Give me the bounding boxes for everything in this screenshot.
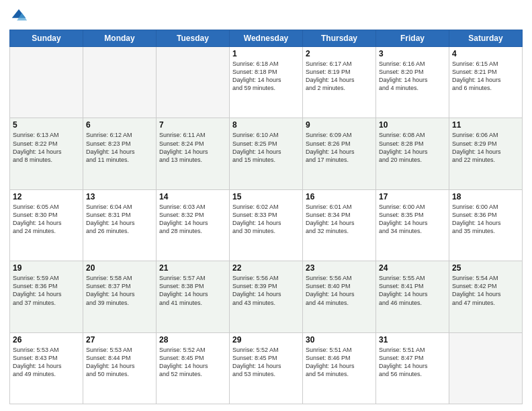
- day-number: 5: [13, 120, 80, 130]
- day-info: Sunrise: 5:53 AM Sunset: 8:44 PM Dayligh…: [86, 346, 153, 379]
- calendar-cell: 5Sunrise: 6:13 AM Sunset: 8:22 PM Daylig…: [10, 118, 83, 189]
- calendar-cell: 18Sunrise: 6:00 AM Sunset: 8:36 PM Dayli…: [449, 189, 523, 261]
- day-info: Sunrise: 5:52 AM Sunset: 8:45 PM Dayligh…: [159, 346, 226, 379]
- header: [9, 7, 523, 26]
- calendar-cell: 2Sunrise: 6:17 AM Sunset: 8:19 PM Daylig…: [303, 47, 376, 118]
- calendar-cell: [83, 47, 157, 118]
- day-number: 25: [452, 263, 519, 273]
- day-info: Sunrise: 5:54 AM Sunset: 8:42 PM Dayligh…: [452, 274, 519, 307]
- day-info: Sunrise: 6:16 AM Sunset: 8:20 PM Dayligh…: [379, 60, 446, 93]
- day-number: 6: [86, 120, 153, 130]
- day-header-monday: Monday: [83, 30, 157, 47]
- day-number: 8: [232, 120, 300, 130]
- day-header-tuesday: Tuesday: [157, 30, 230, 47]
- calendar-cell: 7Sunrise: 6:11 AM Sunset: 8:24 PM Daylig…: [157, 118, 230, 189]
- calendar-cell: 21Sunrise: 5:57 AM Sunset: 8:38 PM Dayli…: [157, 261, 230, 332]
- calendar-cell: 1Sunrise: 6:18 AM Sunset: 8:18 PM Daylig…: [230, 47, 303, 118]
- day-header-wednesday: Wednesday: [230, 30, 303, 47]
- day-number: 16: [306, 192, 373, 201]
- calendar-cell: 12Sunrise: 6:05 AM Sunset: 8:30 PM Dayli…: [10, 189, 83, 261]
- day-info: Sunrise: 5:57 AM Sunset: 8:38 PM Dayligh…: [159, 274, 226, 307]
- page: SundayMondayTuesdayWednesdayThursdayFrid…: [0, 0, 532, 411]
- day-number: 24: [379, 263, 446, 273]
- calendar-cell: [157, 47, 230, 118]
- day-number: 29: [232, 335, 300, 345]
- calendar-header-row: SundayMondayTuesdayWednesdayThursdayFrid…: [10, 30, 523, 47]
- day-info: Sunrise: 6:01 AM Sunset: 8:34 PM Dayligh…: [306, 203, 373, 236]
- calendar-cell: 29Sunrise: 5:52 AM Sunset: 8:45 PM Dayli…: [230, 332, 303, 404]
- day-info: Sunrise: 6:18 AM Sunset: 8:18 PM Dayligh…: [232, 60, 300, 93]
- day-header-friday: Friday: [376, 30, 449, 47]
- day-header-thursday: Thursday: [303, 30, 376, 47]
- day-info: Sunrise: 6:13 AM Sunset: 8:22 PM Dayligh…: [13, 131, 80, 164]
- day-number: 19: [13, 263, 80, 273]
- day-number: 20: [86, 263, 153, 273]
- calendar-cell: 9Sunrise: 6:09 AM Sunset: 8:26 PM Daylig…: [303, 118, 376, 189]
- calendar-cell: 27Sunrise: 5:53 AM Sunset: 8:44 PM Dayli…: [83, 332, 157, 404]
- calendar-cell: 10Sunrise: 6:08 AM Sunset: 8:28 PM Dayli…: [376, 118, 449, 189]
- day-info: Sunrise: 6:05 AM Sunset: 8:30 PM Dayligh…: [13, 203, 80, 236]
- day-number: 18: [452, 192, 519, 201]
- calendar-cell: 28Sunrise: 5:52 AM Sunset: 8:45 PM Dayli…: [157, 332, 230, 404]
- day-info: Sunrise: 5:56 AM Sunset: 8:40 PM Dayligh…: [306, 274, 373, 307]
- day-info: Sunrise: 6:12 AM Sunset: 8:23 PM Dayligh…: [86, 131, 153, 164]
- calendar-cell: 25Sunrise: 5:54 AM Sunset: 8:42 PM Dayli…: [449, 261, 523, 332]
- day-info: Sunrise: 6:00 AM Sunset: 8:35 PM Dayligh…: [379, 203, 446, 236]
- calendar-cell: 24Sunrise: 5:55 AM Sunset: 8:41 PM Dayli…: [376, 261, 449, 332]
- calendar-cell: 22Sunrise: 5:56 AM Sunset: 8:39 PM Dayli…: [230, 261, 303, 332]
- calendar-cell: 11Sunrise: 6:06 AM Sunset: 8:29 PM Dayli…: [449, 118, 523, 189]
- day-info: Sunrise: 6:00 AM Sunset: 8:36 PM Dayligh…: [452, 203, 519, 236]
- day-info: Sunrise: 6:10 AM Sunset: 8:25 PM Dayligh…: [232, 131, 300, 164]
- day-info: Sunrise: 6:02 AM Sunset: 8:33 PM Dayligh…: [232, 203, 300, 236]
- day-info: Sunrise: 5:51 AM Sunset: 8:47 PM Dayligh…: [379, 346, 446, 379]
- day-info: Sunrise: 5:58 AM Sunset: 8:37 PM Dayligh…: [86, 274, 153, 307]
- day-number: 7: [159, 120, 226, 130]
- day-info: Sunrise: 5:52 AM Sunset: 8:45 PM Dayligh…: [232, 346, 300, 379]
- calendar-week-row: 26Sunrise: 5:53 AM Sunset: 8:43 PM Dayli…: [10, 332, 523, 404]
- day-number: 26: [13, 335, 80, 345]
- day-info: Sunrise: 6:09 AM Sunset: 8:26 PM Dayligh…: [306, 131, 373, 164]
- day-number: 3: [379, 49, 446, 58]
- calendar-cell: 13Sunrise: 6:04 AM Sunset: 8:31 PM Dayli…: [83, 189, 157, 261]
- day-number: 14: [159, 192, 226, 201]
- day-header-saturday: Saturday: [449, 30, 523, 47]
- day-info: Sunrise: 5:56 AM Sunset: 8:39 PM Dayligh…: [232, 274, 300, 307]
- day-number: 13: [86, 192, 153, 201]
- day-info: Sunrise: 5:53 AM Sunset: 8:43 PM Dayligh…: [13, 346, 80, 379]
- calendar-cell: 16Sunrise: 6:01 AM Sunset: 8:34 PM Dayli…: [303, 189, 376, 261]
- day-info: Sunrise: 6:11 AM Sunset: 8:24 PM Dayligh…: [159, 131, 226, 164]
- day-info: Sunrise: 5:55 AM Sunset: 8:41 PM Dayligh…: [379, 274, 446, 307]
- day-number: 1: [232, 49, 300, 58]
- calendar-cell: 19Sunrise: 5:59 AM Sunset: 8:36 PM Dayli…: [10, 261, 83, 332]
- calendar-cell: 20Sunrise: 5:58 AM Sunset: 8:37 PM Dayli…: [83, 261, 157, 332]
- day-info: Sunrise: 6:06 AM Sunset: 8:29 PM Dayligh…: [452, 131, 519, 164]
- day-number: 9: [306, 120, 373, 130]
- calendar-week-row: 12Sunrise: 6:05 AM Sunset: 8:30 PM Dayli…: [10, 189, 523, 261]
- day-info: Sunrise: 6:15 AM Sunset: 8:21 PM Dayligh…: [452, 60, 519, 93]
- calendar-cell: 6Sunrise: 6:12 AM Sunset: 8:23 PM Daylig…: [83, 118, 157, 189]
- logo-icon: [9, 7, 28, 26]
- calendar: SundayMondayTuesdayWednesdayThursdayFrid…: [9, 30, 523, 404]
- calendar-cell: [10, 47, 83, 118]
- calendar-week-row: 5Sunrise: 6:13 AM Sunset: 8:22 PM Daylig…: [10, 118, 523, 189]
- day-info: Sunrise: 5:59 AM Sunset: 8:36 PM Dayligh…: [13, 274, 80, 307]
- calendar-cell: 15Sunrise: 6:02 AM Sunset: 8:33 PM Dayli…: [230, 189, 303, 261]
- day-number: 21: [159, 263, 226, 273]
- day-number: 17: [379, 192, 446, 201]
- calendar-cell: 23Sunrise: 5:56 AM Sunset: 8:40 PM Dayli…: [303, 261, 376, 332]
- day-info: Sunrise: 6:04 AM Sunset: 8:31 PM Dayligh…: [86, 203, 153, 236]
- day-info: Sunrise: 5:51 AM Sunset: 8:46 PM Dayligh…: [306, 346, 373, 379]
- day-header-sunday: Sunday: [10, 30, 83, 47]
- day-info: Sunrise: 6:08 AM Sunset: 8:28 PM Dayligh…: [379, 131, 446, 164]
- day-number: 10: [379, 120, 446, 130]
- day-number: 28: [159, 335, 226, 345]
- day-number: 27: [86, 335, 153, 345]
- calendar-cell: 31Sunrise: 5:51 AM Sunset: 8:47 PM Dayli…: [376, 332, 449, 404]
- calendar-week-row: 19Sunrise: 5:59 AM Sunset: 8:36 PM Dayli…: [10, 261, 523, 332]
- calendar-cell: 17Sunrise: 6:00 AM Sunset: 8:35 PM Dayli…: [376, 189, 449, 261]
- calendar-cell: 30Sunrise: 5:51 AM Sunset: 8:46 PM Dayli…: [303, 332, 376, 404]
- day-number: 4: [452, 49, 519, 58]
- day-number: 2: [306, 49, 373, 58]
- day-number: 15: [232, 192, 300, 201]
- logo: [9, 7, 31, 26]
